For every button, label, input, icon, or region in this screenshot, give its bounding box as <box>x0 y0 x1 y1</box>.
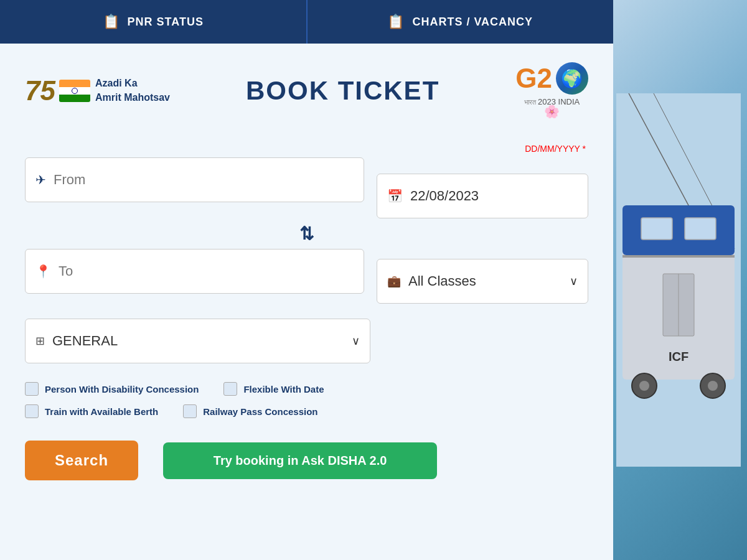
class-col: 💼 All Classes ∨ <box>377 249 588 304</box>
train-illustration: ICF <box>610 0 747 560</box>
top-navigation: 📋 PNR STATUS 📋 CHARTS / VACANCY <box>0 0 613 44</box>
required-indicator: * <box>583 144 586 154</box>
form-section: DD/MM/YYYY * ✈ 📅 22/08/2023 <box>25 144 588 480</box>
berth-label: Train with Available Berth <box>45 406 158 417</box>
date-label: DD/MM/YYYY * <box>25 144 588 154</box>
quota-dropdown-arrow: ∨ <box>352 334 360 348</box>
g20-logo: G2 🌍 भारत 2023 INDIA 🌸 <box>515 62 588 119</box>
azadi-text: Azadi Ka Amrit Mahotsav <box>95 77 170 105</box>
svg-rect-6 <box>685 218 716 240</box>
berth-checkbox[interactable] <box>25 404 39 418</box>
class-label: All Classes <box>408 273 476 289</box>
globe-icon: 🌍 <box>556 62 588 95</box>
azadi-logo: 75 Azadi Ka Amrit Mahotsav <box>25 75 170 106</box>
buttons-row: Search Try booking in Ask DISHA 2.0 <box>25 441 588 480</box>
to-icon: 📍 <box>35 264 51 279</box>
pwd-label: Person With Disability Concession <box>45 384 199 394</box>
from-icon: ✈ <box>35 172 46 187</box>
page-title: BOOK TICKET <box>246 76 439 106</box>
class-icon: 💼 <box>387 274 401 288</box>
pwd-checkbox[interactable] <box>25 382 39 396</box>
quota-icon: ⊞ <box>35 334 45 348</box>
from-input[interactable] <box>54 172 354 188</box>
railway-checkbox-item[interactable]: Railway Pass Concession <box>183 404 317 418</box>
date-input-field[interactable]: 📅 22/08/2023 <box>377 174 588 218</box>
date-col: 📅 22/08/2023 <box>377 157 588 218</box>
quota-label: GENERAL <box>52 333 118 349</box>
pnr-status-nav[interactable]: 📋 PNR STATUS <box>0 0 308 44</box>
to-col: 📍 <box>25 249 364 294</box>
flag-saffron <box>59 80 90 87</box>
search-button[interactable]: Search <box>25 441 138 480</box>
charts-icon: 📋 <box>387 14 405 30</box>
flag-green <box>59 95 90 102</box>
svg-text:ICF: ICF <box>669 350 688 363</box>
to-input[interactable] <box>59 263 354 279</box>
g20-text: G2 <box>515 63 552 94</box>
class-dropdown-arrow: ∨ <box>570 274 578 288</box>
date-value: 22/08/2023 <box>410 188 479 204</box>
checkbox-section: Person With Disability Concession Flexib… <box>25 382 588 418</box>
lotus-decoration: 🌸 <box>544 104 560 119</box>
main-container: 📋 PNR STATUS 📋 CHARTS / VACANCY 75 <box>0 0 613 560</box>
ashoka-chakra <box>72 88 78 94</box>
disha-button[interactable]: Try booking in Ask DISHA 2.0 <box>163 442 437 479</box>
charts-vacancy-nav[interactable]: 📋 CHARTS / VACANCY <box>308 0 614 44</box>
checkbox-row-1: Person With Disability Concession Flexib… <box>25 382 588 396</box>
checkbox-row-2: Train with Available Berth Railway Pass … <box>25 404 588 418</box>
svg-rect-4 <box>622 205 735 255</box>
flexible-checkbox-item[interactable]: Flexible With Date <box>223 382 324 396</box>
svg-rect-7 <box>622 255 735 258</box>
svg-rect-5 <box>641 218 672 240</box>
indian-flag <box>59 80 90 102</box>
quota-dropdown[interactable]: ⊞ GENERAL ∨ <box>25 319 370 363</box>
flexible-checkbox[interactable] <box>223 382 237 396</box>
svg-point-14 <box>708 381 718 391</box>
to-input-field[interactable]: 📍 <box>25 249 364 294</box>
pwd-checkbox-item[interactable]: Person With Disability Concession <box>25 382 199 396</box>
flag-white <box>59 87 90 95</box>
berth-checkbox-item[interactable]: Train with Available Berth <box>25 404 158 418</box>
from-col: ✈ <box>25 157 364 202</box>
railway-label: Railway Pass Concession <box>203 406 317 417</box>
class-dropdown[interactable]: 💼 All Classes ∨ <box>377 259 588 304</box>
header-row: 75 Azadi Ka Amrit Mahotsav <box>25 56 588 125</box>
railway-checkbox[interactable] <box>183 404 197 418</box>
content-area: 75 Azadi Ka Amrit Mahotsav <box>0 44 613 499</box>
swap-icon: ⇅ <box>299 223 314 244</box>
quota-row: ⊞ GENERAL ∨ <box>25 319 588 363</box>
from-input-field[interactable]: ✈ <box>25 157 364 202</box>
swap-button[interactable]: ⇅ <box>25 218 588 249</box>
pnr-status-label: PNR STATUS <box>128 16 204 29</box>
flexible-label: Flexible With Date <box>243 384 324 394</box>
svg-point-13 <box>639 381 649 391</box>
g20-badge: G2 🌍 <box>515 62 588 95</box>
badge-number: 75 <box>25 75 55 106</box>
badge-75: 75 <box>25 75 90 106</box>
to-class-row: 📍 💼 All Classes ∨ <box>25 249 588 304</box>
from-date-row: ✈ 📅 22/08/2023 <box>25 157 588 218</box>
charts-vacancy-label: CHARTS / VACANCY <box>412 16 533 29</box>
pnr-icon: 📋 <box>103 14 120 30</box>
calendar-icon: 📅 <box>387 189 403 203</box>
